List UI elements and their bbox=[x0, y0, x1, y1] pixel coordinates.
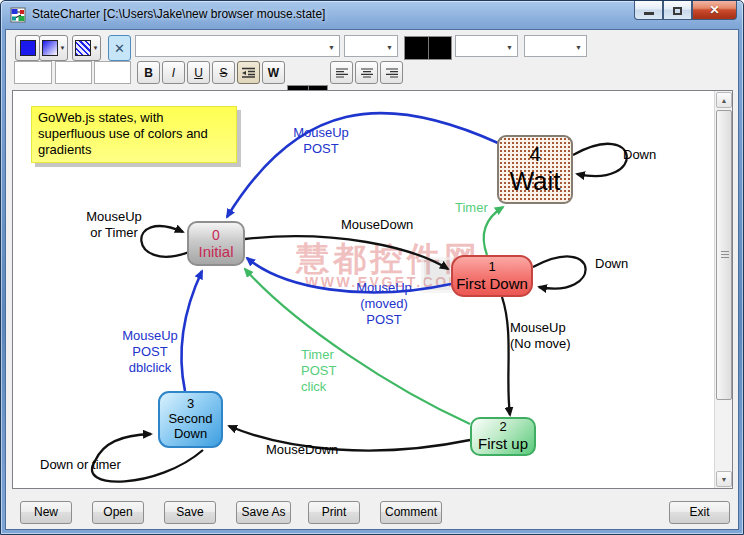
align-left-icon bbox=[336, 68, 348, 78]
comment-note[interactable]: GoWeb.js states, with superfluous use of… bbox=[31, 106, 237, 163]
scrollbar-thumb[interactable] bbox=[716, 110, 732, 400]
no-fill-button[interactable]: ✕ bbox=[108, 35, 131, 61]
fill-color-button[interactable] bbox=[15, 35, 40, 61]
state-second-down[interactable]: 3 Second Down bbox=[158, 391, 223, 448]
align-center-icon bbox=[361, 68, 373, 78]
indent-button[interactable] bbox=[237, 61, 260, 84]
edge-first-down-to-first-up[interactable] bbox=[502, 297, 510, 415]
label-line: Timer bbox=[301, 347, 336, 363]
edge-label-mouseup-post-dblclick[interactable]: MouseUp POST dblclick bbox=[110, 328, 190, 376]
exit-button[interactable]: Exit bbox=[669, 501, 730, 524]
edge-label-mouseup-moved-post[interactable]: MouseUp (moved) POST bbox=[344, 280, 424, 328]
preview-box-2[interactable] bbox=[55, 61, 92, 84]
state-number: 0 bbox=[212, 227, 220, 243]
x-icon: ✕ bbox=[114, 41, 125, 56]
label-line: POST bbox=[281, 141, 361, 157]
edge-label-mousedown[interactable]: MouseDown bbox=[341, 217, 413, 233]
pattern-fill-button[interactable]: ▼ bbox=[72, 35, 101, 61]
indent-icon bbox=[242, 67, 255, 78]
comment-button[interactable]: Comment bbox=[380, 501, 442, 524]
state-number: 2 bbox=[499, 420, 506, 435]
scrollbar-grip-icon bbox=[721, 251, 729, 252]
preview-box-3[interactable] bbox=[94, 61, 131, 84]
edge-label-timer[interactable]: Timer bbox=[455, 200, 488, 216]
wrap-button[interactable]: W bbox=[262, 61, 285, 84]
edge-wait-self[interactable] bbox=[573, 144, 627, 176]
scroll-down-button[interactable]: ▼ bbox=[716, 471, 732, 487]
scroll-up-button[interactable]: ▲ bbox=[716, 92, 732, 108]
underline-icon: U bbox=[194, 66, 203, 80]
align-center-button[interactable] bbox=[355, 61, 378, 84]
open-button[interactable]: Open bbox=[92, 501, 144, 524]
wrap-icon: W bbox=[268, 66, 279, 80]
label-line: dblclick bbox=[110, 360, 190, 376]
size-combobox[interactable]: ▼ bbox=[344, 35, 398, 57]
dropdown-arrow-icon: ▼ bbox=[60, 45, 66, 51]
label-line: MouseUp bbox=[281, 125, 361, 141]
label-line: Down bbox=[623, 147, 656, 163]
edge-label-down-or-timer[interactable]: Down or timer bbox=[40, 457, 121, 473]
font-size-combobox[interactable]: ▼ bbox=[524, 35, 587, 57]
save-button[interactable]: Save bbox=[164, 501, 216, 524]
window-title: StateCharter [C:\Users\Jake\new browser … bbox=[32, 1, 325, 29]
strikethrough-icon: S bbox=[219, 66, 227, 80]
vertical-scrollbar[interactable]: ▲ ▼ bbox=[714, 91, 732, 488]
label-line: or Timer bbox=[75, 225, 153, 241]
dropdown-arrow-icon: ▼ bbox=[328, 44, 335, 51]
strikethrough-button[interactable]: S bbox=[212, 61, 235, 84]
edge-label-mouseup-post[interactable]: MouseUp POST bbox=[281, 125, 361, 157]
label-line: click bbox=[301, 379, 336, 395]
state-name: First up bbox=[478, 435, 528, 452]
state-first-down[interactable]: 1 First Down bbox=[451, 255, 533, 297]
print-button[interactable]: Print bbox=[308, 501, 360, 524]
dropdown-arrow-icon: ▼ bbox=[506, 44, 513, 51]
diagram-canvas[interactable]: 慧都控件网 WWW.EVGET.COM bbox=[12, 90, 733, 489]
state-name: Down bbox=[174, 427, 207, 442]
edge-label-mousedown-bottom[interactable]: MouseDown bbox=[266, 442, 338, 458]
font-combobox[interactable]: ▼ bbox=[455, 35, 518, 57]
minimize-button[interactable] bbox=[634, 1, 663, 20]
state-name: Wait bbox=[509, 167, 560, 197]
align-right-button[interactable] bbox=[380, 61, 403, 84]
italic-icon: I bbox=[172, 66, 175, 80]
preview-box-1[interactable] bbox=[14, 61, 52, 84]
client-area: ▼ ▼ ✕ ▼ ▼ ▼ ▼ B I U S bbox=[5, 29, 739, 530]
maximize-button[interactable] bbox=[663, 1, 692, 20]
gradient-fill-button[interactable]: ▼ bbox=[39, 35, 68, 61]
underline-button[interactable]: U bbox=[187, 61, 210, 84]
label-line: MouseDown bbox=[266, 442, 338, 458]
edge-first-down-self[interactable] bbox=[533, 256, 586, 288]
label-line: MouseUp bbox=[75, 209, 153, 225]
state-initial[interactable]: 0 Initial bbox=[187, 221, 245, 266]
edge-label-mouseup-no-move[interactable]: MouseUp (No move) bbox=[510, 320, 571, 352]
app-window: StateCharter [C:\Users\Jake\new browser … bbox=[0, 0, 744, 535]
state-first-up[interactable]: 2 First up bbox=[470, 417, 536, 456]
edge-label-mouseup-or-timer[interactable]: MouseUp or Timer bbox=[75, 209, 153, 241]
save-as-button[interactable]: Save As bbox=[236, 501, 291, 524]
close-button[interactable]: ✕ bbox=[692, 1, 737, 20]
align-left-button[interactable] bbox=[330, 61, 353, 84]
bold-icon: B bbox=[144, 66, 153, 80]
state-wait[interactable]: 4 Wait bbox=[497, 135, 573, 204]
shape-style-combobox[interactable]: ▼ bbox=[135, 35, 340, 57]
state-number: 1 bbox=[488, 260, 495, 275]
new-button[interactable]: New bbox=[20, 501, 72, 524]
label-line: (moved) bbox=[344, 296, 424, 312]
titlebar: StateCharter [C:\Users\Jake\new browser … bbox=[1, 1, 743, 29]
scroll-up-icon: ▲ bbox=[721, 97, 728, 104]
edge-label-down-first-down[interactable]: Down bbox=[595, 256, 628, 272]
edge-initial-to-first-down[interactable] bbox=[245, 236, 448, 269]
minimize-icon bbox=[644, 12, 654, 15]
bold-button[interactable]: B bbox=[137, 61, 160, 84]
close-icon: ✕ bbox=[709, 3, 719, 17]
italic-button[interactable]: I bbox=[162, 61, 185, 84]
dropdown-arrow-icon: ▼ bbox=[386, 44, 393, 51]
label-line: Down or timer bbox=[40, 457, 121, 473]
color-swatch-pair[interactable] bbox=[404, 36, 452, 60]
app-icon[interactable] bbox=[10, 7, 26, 23]
edge-label-timer-post-click[interactable]: Timer POST click bbox=[301, 347, 336, 395]
state-number: 4 bbox=[529, 142, 541, 166]
state-number: 3 bbox=[187, 397, 194, 412]
edge-label-down-wait[interactable]: Down bbox=[623, 147, 656, 163]
state-name: Second bbox=[168, 412, 212, 427]
